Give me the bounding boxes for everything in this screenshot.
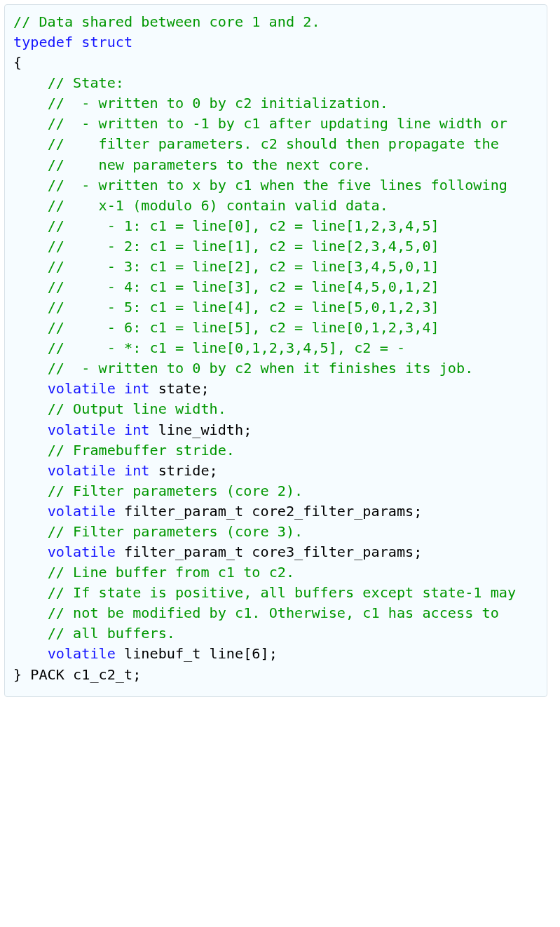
code-line: // not be modified by c1. Otherwise, c1 … bbox=[13, 603, 538, 623]
code-token bbox=[116, 421, 124, 438]
code-token: state bbox=[149, 380, 200, 397]
code-token: ; bbox=[243, 421, 252, 438]
code-token: { bbox=[13, 54, 22, 71]
code-token: // new parameters to the next core. bbox=[48, 156, 371, 173]
code-token: // - 2: c1 = line[1], c2 = line[2,3,4,5,… bbox=[48, 238, 439, 255]
code-token bbox=[13, 503, 48, 520]
code-line: volatile int stride; bbox=[13, 461, 538, 481]
code-token bbox=[13, 95, 48, 111]
code-token: // x-1 (modulo 6) contain valid data. bbox=[48, 197, 388, 214]
code-token: typedef bbox=[13, 34, 73, 50]
code-token bbox=[116, 380, 124, 397]
code-line: // - 6: c1 = line[5], c2 = line[0,1,2,3,… bbox=[13, 318, 538, 338]
code-token bbox=[13, 604, 48, 621]
code-token: ]; bbox=[260, 645, 277, 662]
code-token: // Line buffer from c1 to c2. bbox=[48, 564, 294, 581]
code-token bbox=[73, 34, 81, 50]
code-line: // - 4: c1 = line[3], c2 = line[4,5,0,1,… bbox=[13, 277, 538, 297]
code-line: volatile int line_width; bbox=[13, 420, 538, 440]
code-token: // If state is positive, all buffers exc… bbox=[48, 584, 516, 601]
code-line: // - 5: c1 = line[4], c2 = line[5,0,1,2,… bbox=[13, 297, 538, 318]
code-token bbox=[13, 360, 48, 377]
code-token bbox=[13, 543, 48, 560]
code-token: ; bbox=[210, 462, 218, 479]
code-line: // Framebuffer stride. bbox=[13, 440, 538, 461]
code-line: } PACK c1_c2_t; bbox=[13, 665, 538, 685]
code-token: // - 1: c1 = line[0], c2 = line[1,2,3,4,… bbox=[48, 217, 439, 234]
code-token: // Filter parameters (core 3). bbox=[48, 523, 303, 540]
code-token bbox=[13, 421, 48, 438]
code-line: // - *: c1 = line[0,1,2,3,4,5], c2 = - bbox=[13, 338, 538, 358]
code-token bbox=[13, 380, 48, 397]
code-token: // - 5: c1 = line[4], c2 = line[5,0,1,2,… bbox=[48, 299, 439, 316]
code-token: // Filter parameters (core 2). bbox=[48, 482, 303, 499]
code-token: ; bbox=[200, 380, 209, 397]
code-line: // Filter parameters (core 3). bbox=[13, 522, 538, 542]
code-token: volatile bbox=[48, 421, 116, 438]
code-token: // Data shared between core 1 and 2. bbox=[13, 13, 320, 30]
code-line: // filter parameters. c2 should then pro… bbox=[13, 134, 538, 154]
code-token: volatile bbox=[48, 462, 116, 479]
code-token bbox=[13, 400, 48, 417]
code-token bbox=[13, 217, 48, 234]
code-line: // - written to x by c1 when the five li… bbox=[13, 175, 538, 196]
code-token: // - 6: c1 = line[5], c2 = line[0,1,2,3,… bbox=[48, 319, 439, 336]
code-token: // Output line width. bbox=[48, 400, 226, 417]
code-token: // - 4: c1 = line[3], c2 = line[4,5,0,1,… bbox=[48, 278, 439, 295]
code-token bbox=[13, 625, 48, 642]
code-line: volatile linebuf_t line[6]; bbox=[13, 644, 538, 664]
code-token: volatile bbox=[48, 380, 116, 397]
code-token: line_width bbox=[149, 421, 243, 438]
code-token bbox=[13, 482, 48, 499]
code-token: linebuf_t line bbox=[116, 645, 243, 662]
code-line: volatile filter_param_t core3_filter_par… bbox=[13, 542, 538, 562]
code-line: // all buffers. bbox=[13, 623, 538, 644]
code-line: { bbox=[13, 53, 538, 73]
code-token: 6 bbox=[252, 645, 260, 662]
code-line: volatile int state; bbox=[13, 379, 538, 399]
code-token: // - written to x by c1 when the five li… bbox=[48, 177, 507, 194]
code-token: volatile bbox=[48, 503, 116, 520]
code-token bbox=[13, 156, 48, 173]
code-block: // Data shared between core 1 and 2.type… bbox=[4, 4, 547, 697]
code-token: filter_param_t core3_filter_params bbox=[116, 543, 414, 560]
code-line: // - 1: c1 = line[0], c2 = line[1,2,3,4,… bbox=[13, 216, 538, 236]
code-token bbox=[13, 258, 48, 275]
code-line: // - 3: c1 = line[2], c2 = line[3,4,5,0,… bbox=[13, 257, 538, 277]
code-token: // - written to 0 by c2 initialization. bbox=[48, 95, 388, 111]
code-token bbox=[13, 278, 48, 295]
code-line: // - written to 0 by c2 initialization. bbox=[13, 93, 538, 114]
code-token: [ bbox=[243, 645, 252, 662]
code-token: PACK c1_c2_t bbox=[22, 666, 132, 683]
code-token: // all buffers. bbox=[48, 625, 175, 642]
code-token bbox=[116, 462, 124, 479]
code-line: // If state is positive, all buffers exc… bbox=[13, 583, 538, 603]
code-line: // x-1 (modulo 6) contain valid data. bbox=[13, 196, 538, 216]
code-token: ; bbox=[132, 666, 141, 683]
code-line: typedef struct bbox=[13, 32, 538, 53]
code-token bbox=[13, 74, 48, 91]
code-token: // - written to -1 by c1 after updating … bbox=[48, 115, 507, 132]
code-token bbox=[13, 645, 48, 662]
code-line: // Data shared between core 1 and 2. bbox=[13, 12, 538, 32]
code-line: // Filter parameters (core 2). bbox=[13, 481, 538, 501]
code-token: // - *: c1 = line[0,1,2,3,4,5], c2 = - bbox=[48, 339, 405, 356]
code-token bbox=[13, 238, 48, 255]
code-token: // - written to 0 by c2 when it finishes… bbox=[48, 360, 474, 377]
code-token: // - 3: c1 = line[2], c2 = line[3,4,5,0,… bbox=[48, 258, 439, 275]
code-token: // filter parameters. c2 should then pro… bbox=[48, 135, 499, 152]
code-token: volatile bbox=[48, 645, 116, 662]
code-line: // - written to 0 by c2 when it finishes… bbox=[13, 358, 538, 379]
code-token: // not be modified by c1. Otherwise, c1 … bbox=[48, 604, 499, 621]
code-token bbox=[13, 442, 48, 459]
code-token bbox=[13, 584, 48, 601]
code-token: int bbox=[124, 421, 149, 438]
code-token: struct bbox=[81, 34, 132, 50]
code-token bbox=[13, 564, 48, 581]
code-line: // new parameters to the next core. bbox=[13, 155, 538, 175]
code-token bbox=[13, 462, 48, 479]
code-token: stride bbox=[149, 462, 209, 479]
code-token: int bbox=[124, 462, 149, 479]
code-line: // Line buffer from c1 to c2. bbox=[13, 562, 538, 583]
code-token: // State: bbox=[48, 74, 124, 91]
